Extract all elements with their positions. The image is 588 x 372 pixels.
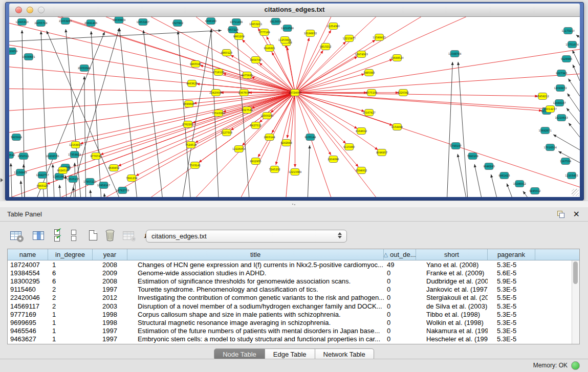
network-node-label: 9154499 <box>391 125 403 128</box>
window-titlebar[interactable]: citations_edges.txt <box>9 4 580 17</box>
table-row[interactable]: 2242004622012Investigating the contribut… <box>8 294 579 302</box>
cell-in_degree: 6 <box>48 269 93 277</box>
edge-arrowhead-icon <box>329 152 331 155</box>
network-node-label: 10653287 <box>137 20 149 24</box>
network-node-label: 12215977 <box>343 37 356 40</box>
cell-title: Disruption of a novel member of a sodium… <box>127 302 384 310</box>
cell-title: Structural magnetic resonance image aver… <box>127 319 384 326</box>
cell-year: 1997 <box>93 327 127 335</box>
select-all-icon[interactable]: ✔✔ <box>51 228 62 243</box>
edge-arrowhead-icon <box>89 190 92 193</box>
network-node-label: 6466160 <box>205 19 216 23</box>
network-node-label: 17359924 <box>68 153 81 156</box>
network-edge <box>183 93 295 197</box>
delete-column-icon[interactable] <box>103 228 117 243</box>
network-node-label: 8454749 <box>250 58 262 61</box>
cell-in_degree: 6 <box>48 277 93 285</box>
memory-ok-indicator-icon <box>571 361 580 370</box>
left-panel-expand-icon[interactable] <box>1 178 3 182</box>
cell-out_degree: 0 <box>384 319 416 326</box>
network-node-label: 9861423 <box>498 174 510 177</box>
edge-arrowhead-icon <box>451 62 454 65</box>
network-edge <box>295 93 546 108</box>
table-row[interactable]: 911546021997Tourette syndrome. Phenomeno… <box>8 286 579 294</box>
resize-grip[interactable] <box>572 189 579 196</box>
cell-title: Changes of HCN gene expression and I(f) … <box>127 261 384 269</box>
column-header-in_degree[interactable]: in_degree <box>48 249 93 260</box>
table-row[interactable]: 946554611997Estimation of the future num… <box>8 327 579 335</box>
edge-arrowhead-icon <box>52 164 54 167</box>
network-node-label: 15751074 <box>565 43 578 46</box>
cell-title: Genome-wide association studies in ADHD. <box>127 269 384 277</box>
unselect-all-icon[interactable] <box>70 228 78 243</box>
network-node-label: 9861204 <box>233 35 245 38</box>
cell-out_degree: 0 <box>384 277 416 285</box>
edge-arrowhead-icon <box>10 163 12 166</box>
network-edge <box>295 93 336 197</box>
network-node-label: 10246912 <box>513 182 526 185</box>
network-node-label: 20206576 <box>46 155 59 158</box>
cell-year: 2008 <box>93 277 127 285</box>
table-panel: Table Panel ✕ ✔✔ <box>0 207 588 359</box>
network-node-label: 10653211 <box>249 23 262 26</box>
memory-status-label: Memory: OK <box>533 362 568 369</box>
network-node-label: 22420046 <box>209 91 222 94</box>
splitter-handle-icon[interactable] <box>292 203 297 206</box>
cell-name: 9115460 <box>8 286 48 293</box>
column-header-year[interactable]: year <box>93 249 127 260</box>
cell-title: Estimation of significance thresholds fo… <box>127 277 384 285</box>
column-header-name[interactable]: name <box>8 249 48 260</box>
vertical-scrollbar[interactable] <box>572 260 579 344</box>
network-node-label: 7245232 <box>269 168 280 171</box>
network-node-label: 8475685 <box>242 74 253 77</box>
network-edge <box>295 40 375 93</box>
network-edge <box>53 164 54 197</box>
network-node-label: 9227343 <box>556 72 567 75</box>
table-row[interactable]: 1830029562008Estimation of significance … <box>8 277 579 285</box>
edge-arrowhead-icon <box>90 31 93 34</box>
show-column-icon[interactable] <box>31 228 46 243</box>
network-edge <box>568 79 580 96</box>
float-panel-icon[interactable] <box>557 211 564 218</box>
horizontal-splitter[interactable] <box>0 201 588 207</box>
edge-arrowhead-icon <box>258 154 260 157</box>
table-settings-icon[interactable] <box>8 228 24 243</box>
network-node-label: 9024510 <box>57 169 69 172</box>
scrollbar-thumb[interactable] <box>573 261 578 284</box>
network-edge <box>178 31 190 197</box>
network-node-label: 9129946 <box>561 57 572 60</box>
network-node-label: 7690109 <box>467 155 478 158</box>
column-header-filler <box>535 249 579 260</box>
column-header-title[interactable]: title <box>127 249 384 260</box>
network-node-label: 7691234 <box>126 177 137 180</box>
network-node-label: 9046243 <box>483 165 494 168</box>
network-canvas[interactable]: 1206531024055724210532872069140616033809… <box>9 17 580 197</box>
network-edge <box>553 135 580 150</box>
column-header-short[interactable]: short <box>416 249 488 260</box>
network-node-label: 9777169 <box>259 31 270 34</box>
close-panel-icon[interactable]: ✕ <box>573 209 580 219</box>
cell-pagerank: 5.3E-5 <box>488 311 535 318</box>
network-view-window: citations_edges.txt 12065310240557242105… <box>5 2 584 201</box>
table-row[interactable]: 969969511998Structural magnetic resonanc… <box>8 318 579 326</box>
citation-network-graph[interactable]: 1206531024055724210532872069140616033809… <box>9 17 580 197</box>
table-row[interactable]: 946362711997Embryonic stem cells: a mode… <box>8 335 579 343</box>
column-header-pagerank[interactable]: pagerank <box>488 249 535 260</box>
edge-arrowhead-icon <box>308 145 311 148</box>
network-node-label: 17016504 <box>543 146 556 149</box>
table-row[interactable]: 1456911722003Disruption of a novel membe… <box>8 302 579 310</box>
network-node-label: 2367608 <box>238 91 250 94</box>
new-column-icon[interactable] <box>87 228 99 243</box>
table-source-dropdown[interactable]: citations_edges.txt <box>146 230 347 243</box>
table-row[interactable]: 977716911998Corpus callosum shape and si… <box>8 310 579 318</box>
table-row[interactable]: 1938455462009Genome-wide association stu… <box>8 269 579 277</box>
table-row[interactable]: 1872400712008Changes of HCN gene express… <box>8 260 579 269</box>
network-node-label: 10030601 <box>22 55 35 58</box>
cell-short: Hescheler et al. (1997) <box>416 335 488 343</box>
cell-out_degree: 0 <box>384 302 416 310</box>
application-window: citations_edges.txt 12065310240557242105… <box>0 0 588 372</box>
network-node-label: 11254380 <box>327 25 340 28</box>
cell-year: 1998 <box>93 311 127 318</box>
cell-short: Stergiakouli et al. (2012) <box>416 294 488 301</box>
column-header-out_degree[interactable]: △out_de... <box>384 249 416 260</box>
